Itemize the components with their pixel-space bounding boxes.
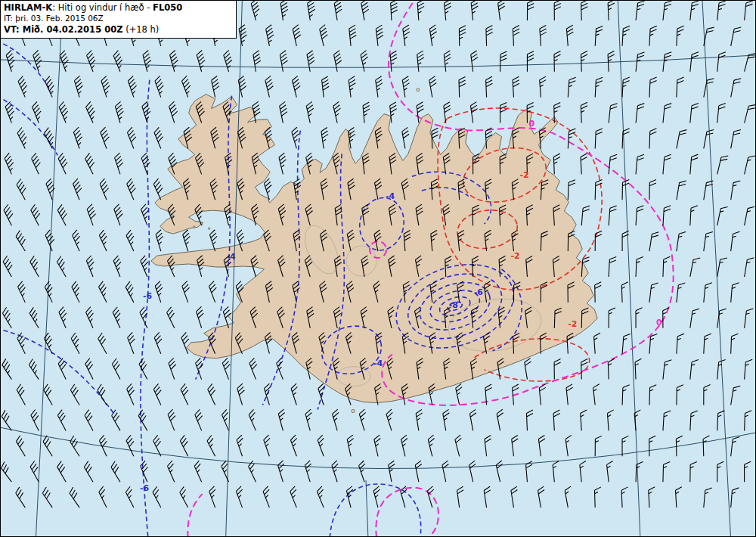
contour-line-zero: [376, 488, 438, 536]
map-canvas: 00-2-2-2-4-4-6-4-6-8-6: [1, 1, 755, 536]
island: [352, 409, 355, 412]
init-time: IT: þri. 03. Feb. 2015 06Z: [4, 14, 231, 24]
weather-map: 00-2-2-2-4-4-6-4-6-8-6 HIRLAM-K: Hiti og…: [0, 0, 756, 537]
iceland-coastline: [151, 95, 597, 403]
contour-label: -4: [386, 191, 395, 201]
contour-label: -6: [474, 287, 484, 297]
contour-label: -6: [140, 483, 150, 493]
island: [208, 228, 210, 230]
contour-line-negative: [330, 484, 421, 536]
contour-label: 0: [656, 318, 662, 327]
contour-line-negative: [141, 80, 150, 536]
valid-time: VT: Mið. 04.02.2015 00Z (+18 h): [4, 24, 231, 36]
meridian-line: [226, 1, 243, 536]
contour-label: 0: [528, 119, 534, 129]
level-label: FL050: [153, 2, 182, 13]
valid-time-offset: (+18 h): [122, 24, 159, 35]
valid-time-bold: VT: Mið. 04.02.2015 00Z: [4, 24, 122, 35]
meridian-line: [366, 480, 368, 536]
title-text: : Hiti og vindur í hæð -: [52, 2, 153, 13]
contour-line-negative: [3, 100, 57, 156]
contour-line-zero: [187, 494, 202, 536]
island: [193, 226, 195, 228]
chart-title: HIRLAM-K: Hiti og vindur í hæð - FL050: [4, 2, 231, 14]
contour-label: -4: [373, 359, 383, 368]
contour-label: -2: [519, 170, 528, 180]
contour-label: -6: [143, 291, 153, 301]
contour-label: -4: [227, 252, 237, 262]
contour-label: -2: [511, 251, 520, 261]
contour-label: -2: [568, 319, 577, 329]
contour-label: -8: [449, 300, 458, 310]
title-box: HIRLAM-K: Hiti og vindur í hæð - FL050 I…: [1, 1, 237, 39]
model-name: HIRLAM-K: [4, 2, 52, 13]
island: [417, 88, 420, 92]
